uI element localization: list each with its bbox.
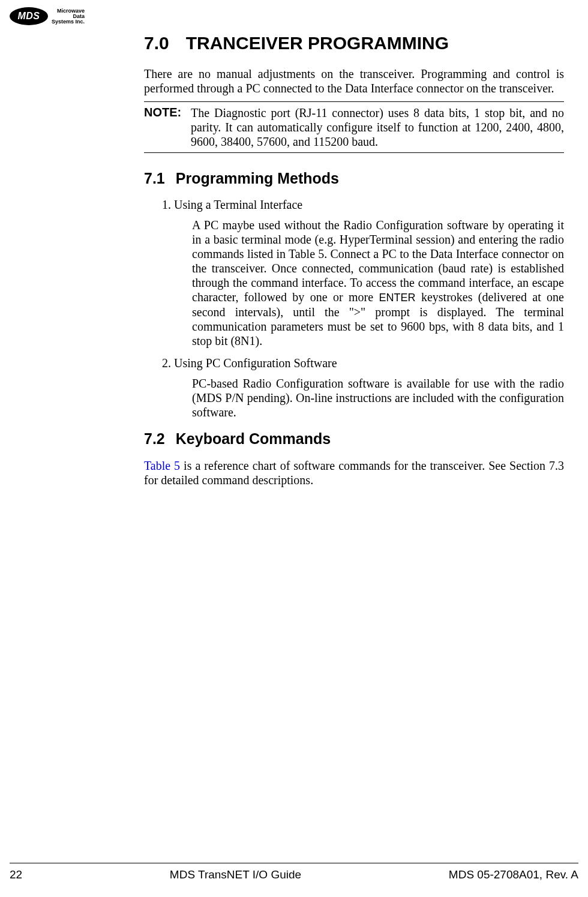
page-footer: 22 MDS TransNET I/O Guide MDS 05-2708A01… [10, 868, 578, 881]
heading-7-0: 7.0TRANCEIVER PROGRAMMING [144, 33, 564, 53]
footer-page-number: 22 [10, 868, 22, 881]
heading-7-2: 7.2Keyboard Commands [144, 430, 564, 448]
heading-7-1-num: 7.1 [144, 170, 165, 187]
logo: MDS Microwave Data Systems Inc. [10, 7, 85, 25]
logo-mark-text: MDS [17, 11, 40, 22]
heading-7-1: 7.1Programming Methods [144, 170, 564, 187]
note-label: NOTE: [144, 106, 191, 149]
heading-7-0-num: 7.0 [144, 33, 169, 53]
table-5-xref[interactable]: Table 5 [144, 459, 180, 472]
list-item-1-title: 1. Using a Terminal Interface [162, 198, 564, 212]
heading-7-2-title: Keyboard Commands [176, 430, 331, 447]
list-item-2-title: 2. Using PC Configuration Software [162, 356, 564, 370]
heading-7-1-title: Programming Methods [176, 170, 339, 187]
page-content: 7.0TRANCEIVER PROGRAMMING There are no m… [144, 33, 564, 493]
note-box: NOTE: The Diagnostic port (RJ-11 connect… [144, 101, 564, 153]
logo-line3: Systems Inc. [52, 19, 85, 25]
footer-right: MDS 05-2708A01, Rev. A [449, 868, 578, 881]
footer-center: MDS TransNET I/O Guide [170, 868, 301, 881]
list-item-1-body: A PC maybe used without the Radio Config… [192, 218, 564, 348]
section-7-intro: There are no manual adjustments on the t… [144, 67, 564, 95]
note-text: The Diagnostic port (RJ-11 connector) us… [191, 106, 564, 149]
list-item-2-body: PC-based Radio Configuration software is… [192, 376, 564, 419]
section-7-2-para: Table 5 is a reference chart of software… [144, 458, 564, 487]
enter-key-text: ENTER [379, 292, 416, 304]
logo-subtext: Microwave Data Systems Inc. [52, 8, 85, 25]
heading-7-0-title: TRANCEIVER PROGRAMMING [186, 33, 449, 53]
heading-7-2-num: 7.2 [144, 430, 165, 448]
footer-rule [10, 863, 578, 863]
section-7-2-text: is a reference chart of software command… [144, 459, 564, 487]
logo-mark: MDS [10, 7, 48, 25]
